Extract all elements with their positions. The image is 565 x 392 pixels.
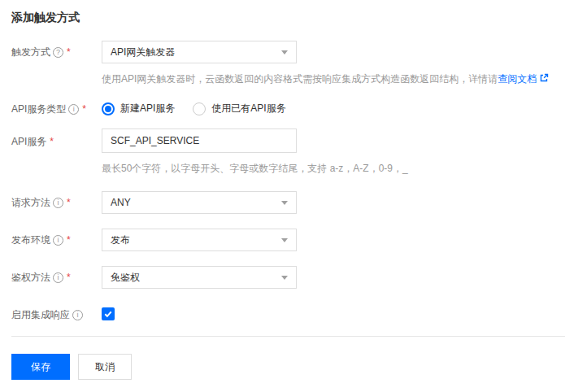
label-text: 启用集成响应: [11, 308, 70, 321]
required-marker: *: [67, 233, 71, 246]
info-glyph: i: [58, 274, 59, 281]
required-marker: *: [67, 196, 71, 209]
doc-link[interactable]: 查阅文档: [498, 73, 537, 85]
api-service-input[interactable]: [102, 128, 297, 153]
info-glyph: i: [58, 237, 59, 244]
field-label-release-env: 发布环境 i *: [11, 233, 71, 246]
radio-new-api-service[interactable]: 新建API服务: [102, 102, 175, 115]
radio-label: 新建API服务: [120, 102, 175, 115]
page-title: 添加触发方式: [11, 11, 80, 25]
footer-divider: [11, 336, 565, 337]
select-value: API网关触发器: [111, 46, 175, 59]
field-label-trigger-method: 触发方式 ? *: [11, 46, 71, 59]
chevron-down-icon: [281, 50, 288, 54]
select-value: 发布: [111, 233, 130, 247]
required-marker: *: [50, 135, 54, 148]
save-button[interactable]: 保存: [11, 354, 70, 380]
radio-label: 使用已有API服务: [211, 102, 285, 115]
required-marker: *: [82, 102, 86, 115]
auth-method-select[interactable]: 免鉴权: [102, 266, 297, 289]
info-glyph: i: [77, 311, 79, 319]
helper-text: 使用API网关触发器时，云函数返回的内容格式需按响应集成方式构造函数返回结构，详…: [102, 73, 498, 85]
select-value: 免鉴权: [111, 271, 140, 285]
radio-existing-api-service[interactable]: 使用已有API服务: [193, 102, 285, 115]
chevron-down-icon: [281, 276, 288, 280]
label-text: 发布环境: [11, 233, 50, 246]
label-text: API服务类型: [11, 102, 66, 115]
info-icon[interactable]: i: [68, 104, 79, 115]
field-label-api-service: API服务 *: [11, 135, 54, 148]
label-text: 请求方法: [11, 196, 50, 209]
field-label-api-service-type: API服务类型 i *: [11, 102, 86, 115]
info-icon[interactable]: i: [53, 198, 63, 208]
info-icon[interactable]: i: [72, 310, 83, 320]
external-link-icon[interactable]: [539, 73, 549, 83]
help-glyph: ?: [56, 49, 60, 56]
help-icon[interactable]: ?: [53, 47, 63, 58]
required-marker: *: [67, 46, 71, 59]
api-service-helper: 最长50个字符，以字母开头、字母或数字结尾，支持 a-z，A-Z，0-9，_: [102, 162, 408, 175]
request-method-select[interactable]: ANY: [102, 191, 297, 214]
trigger-method-helper: 使用API网关触发器时，云函数返回的内容格式需按响应集成方式构造函数返回结构，详…: [102, 72, 549, 85]
chevron-down-icon: [281, 201, 288, 205]
info-glyph: i: [73, 106, 75, 113]
info-glyph: i: [58, 199, 59, 207]
info-icon[interactable]: i: [53, 235, 63, 246]
radio-selected-icon: [102, 102, 115, 115]
info-icon[interactable]: i: [53, 272, 63, 283]
radio-unselected-icon: [193, 102, 206, 115]
trigger-method-select[interactable]: API网关触发器: [102, 41, 297, 63]
api-service-type-radio-group: 新建API服务 使用已有API服务: [102, 102, 304, 115]
chevron-down-icon: [281, 238, 288, 242]
field-label-integrated-response: 启用集成响应 i: [11, 308, 83, 321]
label-text: 鉴权方法: [11, 271, 50, 284]
field-label-request-method: 请求方法 i *: [11, 196, 71, 209]
cancel-button[interactable]: 取消: [78, 354, 132, 380]
checkmark-icon: [103, 309, 113, 319]
label-text: 触发方式: [11, 46, 50, 59]
field-label-auth-method: 鉴权方法 i *: [11, 271, 71, 284]
label-text: API服务: [11, 135, 46, 148]
select-value: ANY: [111, 197, 131, 208]
release-env-select[interactable]: 发布: [102, 229, 297, 251]
required-marker: *: [67, 271, 71, 284]
integrated-response-checkbox[interactable]: [102, 307, 115, 320]
